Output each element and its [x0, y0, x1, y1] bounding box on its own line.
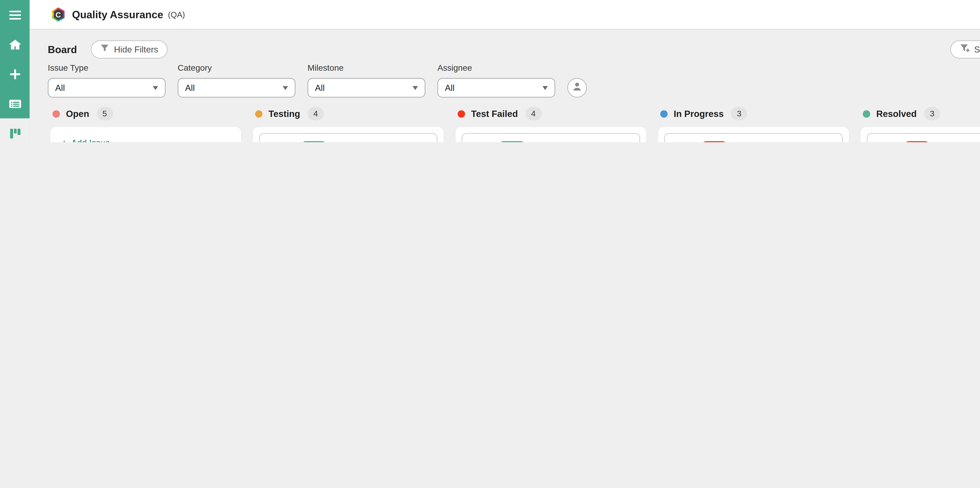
board-heading: Board: [48, 44, 77, 55]
add-issue-label: Add Issue...: [71, 138, 118, 142]
board-column: Testing 4 QA-11 Test Safari Test Area 20…: [253, 106, 444, 142]
issue-type-badge: Bug: [903, 141, 931, 142]
save-as-filter-button[interactable]: Save as Filter: [950, 40, 980, 59]
filter-issue-type: Issue Type All: [48, 63, 165, 98]
issue-card[interactable]: QA-8 Test New Dashboard 2021/01/20: [462, 133, 640, 142]
chevron-down-icon: [412, 86, 418, 90]
sidebar-item-board[interactable]: [0, 118, 30, 142]
hide-filters-button[interactable]: Hide Filters: [91, 40, 168, 59]
column-header: Resolved 3: [861, 106, 980, 121]
column-panel: QA-7 Bug Missing Icon in Dashboard 2021/…: [658, 127, 849, 142]
filter-funnel-icon: [100, 44, 109, 55]
column-status-dot: [660, 110, 668, 117]
board-column: Resolved 3 QA-2 Bug Dashboard Does Not S…: [861, 106, 980, 142]
column-header: In Progress 3: [658, 106, 849, 121]
kanban-icon: [8, 126, 22, 140]
plus-icon: +: [61, 138, 67, 142]
selected-value: All: [315, 82, 325, 93]
column-status-dot: [52, 110, 60, 117]
chevron-down-icon: [542, 86, 548, 90]
category-select[interactable]: All: [178, 78, 295, 98]
toolbar: Board Hide Filters Save as Filter: [48, 40, 980, 59]
board-column: Test Failed 4 QA-8 Test New Dashboard 20…: [456, 106, 646, 142]
column-count-badge: 3: [924, 107, 940, 120]
board-column: Open 5 + Add Issue... QA-19 Test Feature…: [51, 106, 241, 142]
filter-label: Issue Type: [48, 63, 165, 73]
project-key: (QA): [168, 10, 185, 19]
column-status-dot: [863, 110, 870, 117]
plus-icon: [8, 67, 22, 81]
issue-type-badge: Bug: [701, 141, 729, 142]
page-title: Quality Assurance: [72, 8, 163, 21]
selected-value: All: [445, 82, 455, 93]
column-header: Open 5: [51, 106, 241, 121]
hide-filters-label: Hide Filters: [114, 44, 158, 55]
selected-value: All: [185, 82, 195, 93]
issue-card[interactable]: QA-2 Bug Dashboard Does Not Show User's …: [867, 133, 980, 142]
issue-card-top: QA-11 Test: [269, 141, 428, 142]
header: C Quality Assurance (QA): [30, 0, 980, 30]
selected-value: All: [55, 82, 65, 93]
column-title: In Progress: [674, 109, 724, 119]
sidebar-item-issues[interactable]: [0, 89, 30, 118]
issue-card[interactable]: QA-11 Test Safari Test Area 2021/01/15: [259, 133, 438, 142]
issue-type-badge: Test: [300, 141, 328, 142]
filter-label: Category: [178, 63, 295, 73]
column-panel: + Add Issue... QA-19 Test Feature Login …: [51, 127, 241, 142]
assignee-select[interactable]: All: [438, 78, 555, 98]
column-status-dot: [255, 110, 262, 117]
chevron-down-icon: [153, 86, 158, 90]
main-content: Board Hide Filters Save as Filter Issue …: [30, 30, 980, 142]
save-as-filter-label: Save as Filter: [974, 44, 980, 55]
filter-category: Category All: [178, 63, 295, 98]
column-count-badge: 3: [731, 107, 747, 120]
person-icon: [572, 81, 582, 94]
sidebar-item-home[interactable]: [0, 30, 30, 59]
add-issue-link[interactable]: + Add Issue...: [56, 133, 235, 142]
issue-type-badge: Test: [498, 141, 526, 142]
column-count-badge: 4: [307, 107, 324, 120]
issue-card-top: QA-7 Bug: [674, 141, 833, 142]
filter-label: Assignee: [438, 63, 555, 73]
hamburger-icon: [8, 8, 22, 22]
filter-bar: Issue Type All Category All Milestone Al…: [48, 63, 587, 98]
column-title: Resolved: [876, 109, 917, 119]
issue-card-top: QA-2 Bug: [876, 141, 980, 142]
filter-plus-icon: [959, 44, 970, 55]
filter-milestone: Milestone All: [307, 63, 425, 98]
cards-container: QA-8 Test New Dashboard 2021/01/20 QA-9 …: [462, 133, 640, 142]
filter-assignee: Assignee All: [438, 63, 555, 98]
sidebar: [0, 0, 30, 142]
board-column: In Progress 3 QA-7 Bug Missing Icon in D…: [658, 106, 849, 142]
column-count-badge: 4: [525, 107, 541, 120]
milestone-select[interactable]: All: [307, 78, 425, 98]
app-logo[interactable]: C: [52, 8, 65, 22]
list-icon: [8, 97, 22, 111]
board-columns: Open 5 + Add Issue... QA-19 Test Feature…: [51, 106, 980, 142]
home-icon: [8, 37, 22, 52]
column-count-badge: 5: [97, 107, 113, 120]
filter-label: Milestone: [307, 63, 425, 73]
sidebar-item-menu[interactable]: [0, 0, 30, 30]
column-title: Open: [66, 109, 89, 119]
column-panel: QA-2 Bug Dashboard Does Not Show User's …: [861, 127, 980, 142]
issue-card-top: QA-8 Test: [471, 141, 631, 142]
column-panel: QA-8 Test New Dashboard 2021/01/20 QA-9 …: [456, 127, 646, 142]
cards-container: QA-7 Bug Missing Icon in Dashboard 2021/…: [664, 133, 843, 142]
column-header: Testing 4: [253, 106, 444, 121]
assignee-me-button[interactable]: [568, 78, 587, 98]
column-title: Testing: [269, 109, 300, 119]
issue-card[interactable]: QA-7 Bug Missing Icon in Dashboard 2021/…: [664, 133, 843, 142]
column-title: Test Failed: [471, 109, 518, 119]
app-window: C Quality Assurance (QA) Board Hide Filt…: [0, 0, 980, 142]
app-logo-letter: C: [54, 9, 63, 20]
chevron-down-icon: [283, 86, 288, 90]
sidebar-item-add[interactable]: [0, 59, 30, 89]
column-status-dot: [458, 110, 465, 117]
column-header: Test Failed 4: [456, 106, 646, 121]
issue-type-select[interactable]: All: [48, 78, 165, 98]
cards-container: QA-2 Bug Dashboard Does Not Show User's …: [867, 133, 980, 142]
cards-container: QA-11 Test Safari Test Area 2021/01/15 Q…: [259, 133, 438, 142]
column-panel: QA-11 Test Safari Test Area 2021/01/15 Q…: [253, 127, 444, 142]
